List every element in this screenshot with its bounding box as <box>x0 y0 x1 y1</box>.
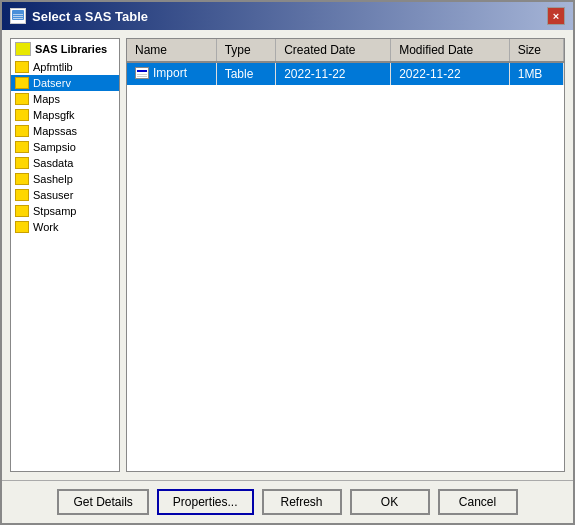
select-sas-table-dialog: Select a SAS Table × SAS Libraries Apfmt… <box>0 0 575 525</box>
svg-rect-3 <box>13 18 23 19</box>
sidebar-item-label: Sasuser <box>33 189 73 201</box>
sas-libraries-panel: SAS Libraries Apfmtlib Datserv Maps Maps… <box>10 38 120 472</box>
sidebar-item-mapsgfk[interactable]: Mapsgfk <box>11 107 119 123</box>
sidebar-item-label: Mapsgfk <box>33 109 75 121</box>
table-icon-wrapper: Import <box>135 66 187 80</box>
sidebar-item-label: Datserv <box>33 77 71 89</box>
folder-icon <box>15 205 29 217</box>
properties-button[interactable]: Properties... <box>157 489 254 515</box>
sidebar-item-label: Maps <box>33 93 60 105</box>
folder-icon <box>15 221 29 233</box>
sidebar-item-label: Sasdata <box>33 157 73 169</box>
cell-modified-date: 2022-11-22 <box>391 62 510 85</box>
folder-icon <box>15 141 29 153</box>
footer: Get Details Properties... Refresh OK Can… <box>2 480 573 523</box>
col-size: Size <box>509 39 563 62</box>
sidebar-item-sampsio[interactable]: Sampsio <box>11 139 119 155</box>
sidebar-item-label: Sashelp <box>33 173 73 185</box>
get-details-button[interactable]: Get Details <box>57 489 148 515</box>
library-tree: Apfmtlib Datserv Maps Mapsgfk Mapssas Sa… <box>11 59 119 235</box>
cell-created-date: 2022-11-22 <box>276 62 391 85</box>
cell-type: Table <box>216 62 275 85</box>
col-type: Type <box>216 39 275 62</box>
sidebar-item-work[interactable]: Work <box>11 219 119 235</box>
folder-icon <box>15 125 29 137</box>
sidebar-item-label: Mapssas <box>33 125 77 137</box>
col-created-date: Created Date <box>276 39 391 62</box>
table-file-icon <box>135 67 149 79</box>
folder-icon <box>15 173 29 185</box>
sidebar-item-label: Stpsamp <box>33 205 76 217</box>
folder-icon <box>15 189 29 201</box>
cancel-button[interactable]: Cancel <box>438 489 518 515</box>
libraries-icon <box>15 42 31 56</box>
sidebar-item-apfmtlib[interactable]: Apfmtlib <box>11 59 119 75</box>
title-bar-left: Select a SAS Table <box>10 8 148 24</box>
folder-icon <box>15 157 29 169</box>
dialog-title: Select a SAS Table <box>32 9 148 24</box>
table-header-row: Name Type Created Date Modified Date Siz… <box>127 39 564 62</box>
sidebar-item-stpsamp[interactable]: Stpsamp <box>11 203 119 219</box>
sidebar-item-label: Work <box>33 221 58 233</box>
svg-rect-2 <box>13 16 23 17</box>
folder-icon <box>15 109 29 121</box>
sidebar-item-datserv[interactable]: Datserv <box>11 75 119 91</box>
libraries-header: SAS Libraries <box>11 39 119 59</box>
title-bar: Select a SAS Table × <box>2 2 573 30</box>
col-modified-date: Modified Date <box>391 39 510 62</box>
refresh-button[interactable]: Refresh <box>262 489 342 515</box>
sidebar-item-sasdata[interactable]: Sasdata <box>11 155 119 171</box>
close-button[interactable]: × <box>547 7 565 25</box>
content-area: SAS Libraries Apfmtlib Datserv Maps Maps… <box>2 30 573 480</box>
ok-button[interactable]: OK <box>350 489 430 515</box>
dialog-icon <box>10 8 26 24</box>
tables-panel: Name Type Created Date Modified Date Siz… <box>126 38 565 472</box>
sidebar-item-sashelp[interactable]: Sashelp <box>11 171 119 187</box>
table-row[interactable]: Import Table 2022-11-22 2022-11-22 1MB <box>127 62 564 85</box>
sidebar-item-mapssas[interactable]: Mapssas <box>11 123 119 139</box>
sidebar-item-sasuser[interactable]: Sasuser <box>11 187 119 203</box>
folder-icon <box>15 93 29 105</box>
table-body: Import Table 2022-11-22 2022-11-22 1MB <box>127 62 564 85</box>
libraries-title: SAS Libraries <box>35 43 107 55</box>
sidebar-item-label: Sampsio <box>33 141 76 153</box>
sidebar-item-label: Apfmtlib <box>33 61 73 73</box>
sidebar-item-maps[interactable]: Maps <box>11 91 119 107</box>
folder-icon <box>15 77 29 89</box>
svg-rect-1 <box>13 14 23 15</box>
cell-name: Import <box>127 62 216 85</box>
col-name: Name <box>127 39 216 62</box>
tables-table: Name Type Created Date Modified Date Siz… <box>127 39 564 85</box>
folder-icon <box>15 61 29 73</box>
cell-size: 1MB <box>509 62 563 85</box>
